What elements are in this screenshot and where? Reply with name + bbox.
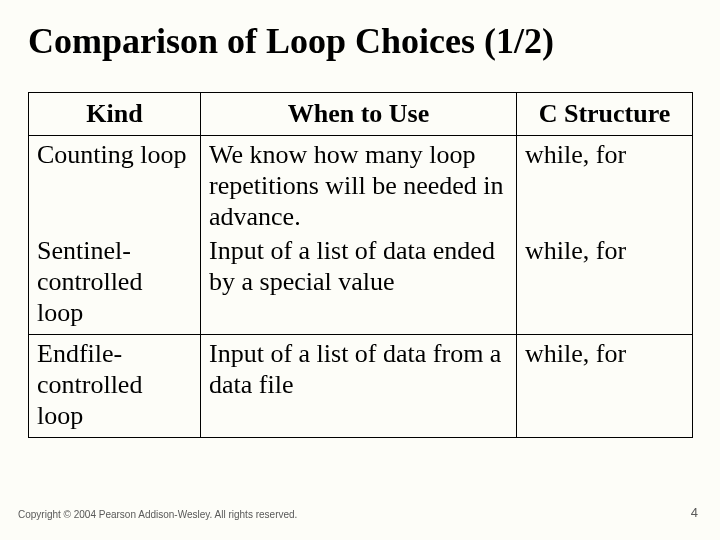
header-when: When to Use — [201, 92, 517, 136]
cell-cstruct: while, for — [517, 136, 693, 235]
cell-cstruct: while, for — [517, 335, 693, 438]
header-cstruct: C Structure — [517, 92, 693, 136]
slide-title: Comparison of Loop Choices (1/2) — [28, 22, 692, 62]
table-header-row: Kind When to Use C Structure — [29, 92, 693, 136]
table-row: Sentinel-controlled loop Input of a list… — [29, 234, 693, 335]
comparison-table: Kind When to Use C Structure Counting lo… — [28, 92, 693, 439]
header-kind: Kind — [29, 92, 201, 136]
cell-when: Input of a list of data ended by a speci… — [201, 234, 517, 335]
cell-kind: Sentinel-controlled loop — [29, 234, 201, 335]
page-number: 4 — [691, 505, 698, 520]
cell-when: Input of a list of data from a data file — [201, 335, 517, 438]
cell-kind: Counting loop — [29, 136, 201, 235]
cell-when: We know how many loop repetitions will b… — [201, 136, 517, 235]
cell-cstruct: while, for — [517, 234, 693, 335]
table-row: Counting loop We know how many loop repe… — [29, 136, 693, 235]
table-row: Endfile-controlled loop Input of a list … — [29, 335, 693, 438]
copyright-text: Copyright © 2004 Pearson Addison-Wesley.… — [18, 509, 297, 520]
slide: Comparison of Loop Choices (1/2) Kind Wh… — [0, 0, 720, 540]
cell-kind: Endfile-controlled loop — [29, 335, 201, 438]
